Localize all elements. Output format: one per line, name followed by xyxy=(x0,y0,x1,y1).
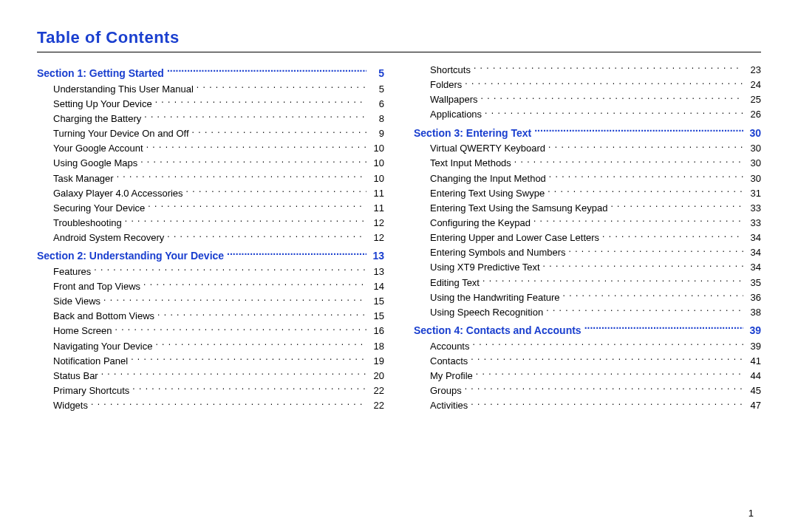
toc-entry-row[interactable]: Features13 xyxy=(37,265,384,279)
toc-entry-row[interactable]: Troubleshooting12 xyxy=(37,216,384,231)
toc-entry-row[interactable]: Entering Symbols and Numbers34 xyxy=(414,245,761,260)
toc-entry-row[interactable]: Side Views15 xyxy=(37,294,384,309)
toc-entry-row[interactable]: Groups45 xyxy=(414,383,761,398)
toc-leader-dots xyxy=(117,172,366,182)
toc-entry-row[interactable]: Using Speech Recognition38 xyxy=(414,305,761,320)
toc-entry-row[interactable]: Status Bar20 xyxy=(37,369,384,383)
toc-entry-row[interactable]: Using the Handwriting Feature36 xyxy=(414,290,761,305)
toc-entry-row[interactable]: Editing Text35 xyxy=(414,276,761,290)
toc-page-number: 34 xyxy=(746,245,761,260)
toc-entry-row[interactable]: Home Screen16 xyxy=(37,324,384,338)
toc-page-number: 13 xyxy=(369,265,384,279)
toc-page-number: 31 xyxy=(746,186,761,201)
toc-leader-dots xyxy=(186,187,366,197)
toc-entry-row[interactable]: Folders24 xyxy=(414,78,761,92)
toc-page-number: 5 xyxy=(369,82,384,97)
toc-leader-dots xyxy=(155,340,366,349)
toc-leader-dots xyxy=(482,276,743,286)
toc-page-number: 12 xyxy=(369,231,384,245)
toc-entry-label: Using XT9 Predictive Text xyxy=(430,260,540,275)
toc-entry-label: Editing Text xyxy=(430,276,480,290)
toc-entry-row[interactable]: Navigating Your Device18 xyxy=(37,339,384,354)
toc-entry-row[interactable]: Configuring the Keypad33 xyxy=(414,216,761,231)
toc-entry-label: Primary Shortcuts xyxy=(53,383,129,398)
toc-entry-row[interactable]: Changing the Input Method30 xyxy=(414,171,761,186)
toc-page-number: 39 xyxy=(746,323,761,339)
toc-leader-dots xyxy=(472,340,743,349)
toc-page-number: 45 xyxy=(746,383,761,398)
toc-leader-dots xyxy=(167,66,366,77)
toc-entry-row[interactable]: Text Input Methods30 xyxy=(414,156,761,171)
toc-entry-row[interactable]: Understanding This User Manual5 xyxy=(37,82,384,97)
toc-leader-dots xyxy=(197,83,366,92)
toc-entry-label: Applications xyxy=(430,107,482,122)
toc-entry-row[interactable]: Contacts41 xyxy=(414,354,761,369)
toc-leader-dots xyxy=(143,280,366,290)
toc-section-row[interactable]: Section 3: Entering Text30 xyxy=(414,126,761,142)
toc-entry-label: Features xyxy=(53,265,91,279)
toc-entry-row[interactable]: Wallpapers25 xyxy=(414,92,761,107)
toc-entry-row[interactable]: Notification Panel19 xyxy=(37,354,384,369)
toc-page-number: 30 xyxy=(746,141,761,156)
toc-entry-label: Status Bar xyxy=(53,369,98,383)
toc-entry-row[interactable]: Setting Up Your Device6 xyxy=(37,97,384,112)
toc-leader-dots xyxy=(474,64,743,73)
toc-page-number: 47 xyxy=(746,398,761,413)
toc-section-row[interactable]: Section 1: Getting Started5 xyxy=(37,66,384,82)
toc-leader-dots xyxy=(125,216,366,226)
toc-entry-row[interactable]: Widgets22 xyxy=(37,398,384,413)
toc-leader-dots xyxy=(610,202,743,211)
toc-leader-dots xyxy=(148,202,366,211)
toc-page-number: 24 xyxy=(746,78,761,92)
toc-entry-row[interactable]: My Profile44 xyxy=(414,369,761,383)
toc-page-number: 30 xyxy=(746,171,761,186)
toc-entry-row[interactable]: Entering Upper and Lower Case Letters34 xyxy=(414,231,761,245)
toc-entry-row[interactable]: Back and Bottom Views15 xyxy=(37,309,384,324)
toc-section-row[interactable]: Section 2: Understanding Your Device13 xyxy=(37,248,384,265)
toc-entry-row[interactable]: Primary Shortcuts22 xyxy=(37,383,384,398)
toc-entry-row[interactable]: Galaxy Player 4.0 Accessories11 xyxy=(37,186,384,201)
toc-entry-row[interactable]: Entering Text Using Swype31 xyxy=(414,186,761,201)
toc-entry-row[interactable]: Entering Text Using the Samsung Keypad33 xyxy=(414,201,761,216)
toc-entry-label: Activities xyxy=(430,398,468,413)
toc-entry-row[interactable]: Applications26 xyxy=(414,107,761,122)
toc-leader-dots xyxy=(144,112,366,122)
toc-entry-row[interactable]: Turning Your Device On and Off9 xyxy=(37,126,384,141)
toc-entry-row[interactable]: Front and Top Views14 xyxy=(37,279,384,294)
toc-entry-label: Changing the Input Method xyxy=(430,171,546,186)
toc-entry-row[interactable]: Using XT9 Predictive Text34 xyxy=(414,260,761,275)
toc-entry-label: Widgets xyxy=(53,398,88,413)
toc-entry-row[interactable]: Charging the Battery8 xyxy=(37,112,384,126)
toc-leader-dots xyxy=(548,142,743,151)
toc-page-number: 15 xyxy=(369,309,384,324)
toc-page-number: 44 xyxy=(746,369,761,383)
toc-entry-label: Shortcuts xyxy=(430,63,471,78)
toc-leader-dots xyxy=(549,172,743,182)
toc-page-number: 38 xyxy=(746,305,761,320)
toc-entry-label: Entering Text Using Swype xyxy=(430,186,545,201)
toc-entry-row[interactable]: Your Google Account10 xyxy=(37,141,384,156)
toc-entry-label: Using Google Maps xyxy=(53,156,137,171)
toc-entry-row[interactable]: Securing Your Device11 xyxy=(37,201,384,216)
toc-leader-dots xyxy=(602,231,743,241)
toc-entry-label: Your Google Account xyxy=(53,141,143,156)
toc-leader-dots xyxy=(140,157,366,166)
toc-page-number: 20 xyxy=(369,369,384,383)
toc-entry-row[interactable]: Using Google Maps10 xyxy=(37,156,384,171)
toc-entry-label: Back and Bottom Views xyxy=(53,309,154,324)
toc-entry-row[interactable]: Virtual QWERTY Keyboard30 xyxy=(414,141,761,156)
toc-entry-row[interactable]: Task Manager10 xyxy=(37,171,384,186)
toc-leader-dots xyxy=(157,310,366,319)
toc-entry-label: Android System Recovery xyxy=(53,231,164,245)
toc-page-number: 39 xyxy=(746,339,761,354)
toc-entry-label: Using the Handwriting Feature xyxy=(430,290,560,305)
toc-entry-row[interactable]: Shortcuts23 xyxy=(414,63,761,78)
toc-section-label: Section 4: Contacts and Accounts xyxy=(414,323,582,339)
toc-entry-label: Folders xyxy=(430,78,462,92)
toc-entry-row[interactable]: Android System Recovery12 xyxy=(37,231,384,245)
toc-page-number: 23 xyxy=(746,63,761,78)
toc-entry-row[interactable]: Activities47 xyxy=(414,398,761,413)
toc-entry-row[interactable]: Accounts39 xyxy=(414,339,761,354)
toc-page-number: 5 xyxy=(369,66,384,82)
toc-section-row[interactable]: Section 4: Contacts and Accounts39 xyxy=(414,323,761,339)
